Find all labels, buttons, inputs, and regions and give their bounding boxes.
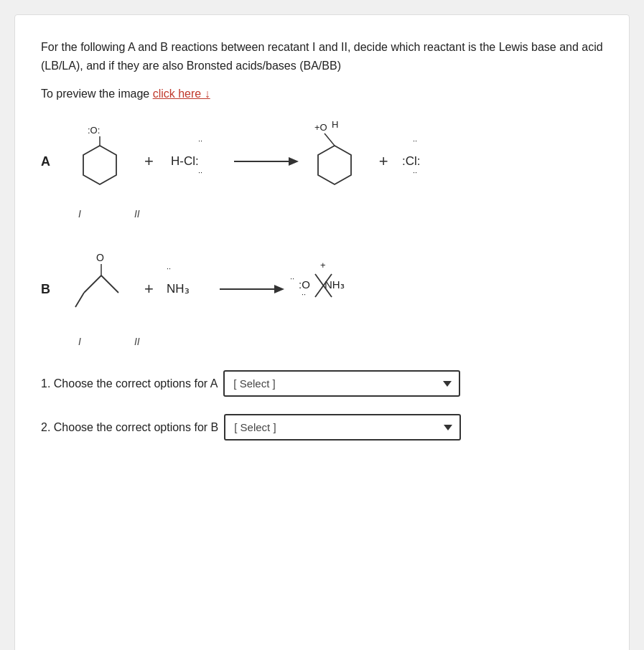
intro-text: For the following A and B reactions betw… xyxy=(41,38,603,75)
reaction-a-label: A xyxy=(41,154,70,169)
reaction-b-content: O + xyxy=(70,248,603,330)
reaction-b-row: B O xyxy=(41,248,603,330)
questions-section: 1. Choose the correct options for A [ Se… xyxy=(41,370,603,441)
reactant-b-ii: ·· NH₃ xyxy=(164,248,214,330)
preview-label: To preview the image xyxy=(41,88,153,100)
plus-a: + xyxy=(144,152,154,171)
svg-text:··: ·· xyxy=(290,274,294,283)
svg-text:H: H xyxy=(332,121,338,130)
main-card: For the following A and B reactions betw… xyxy=(14,14,630,650)
svg-text:··: ·· xyxy=(413,168,417,176)
select-b-wrapper[interactable]: [ Select ] I=LB, II=LA, II is BA, I is B… xyxy=(224,414,461,441)
question-1-label: 1. Choose the correct options for A xyxy=(41,377,218,390)
svg-marker-23 xyxy=(274,285,284,293)
select-a[interactable]: [ Select ] I=LB, II=LA, II is BA, I is B… xyxy=(223,370,460,397)
reactions-container: A :O: + xyxy=(41,121,603,347)
svg-text:H-Cl:: H-Cl: xyxy=(171,154,199,168)
svg-marker-2 xyxy=(83,146,116,184)
roman-b-i: I xyxy=(78,336,81,347)
plus-a2: + xyxy=(379,152,388,171)
reaction-a-row: A :O: + xyxy=(41,121,603,202)
svg-text:+: + xyxy=(320,260,326,270)
plus-b: + xyxy=(144,280,154,298)
svg-marker-7 xyxy=(289,157,299,166)
select-a-wrapper[interactable]: [ Select ] I=LB, II=LA, II is BA, I is B… xyxy=(223,370,460,397)
reactant-b-i: O xyxy=(70,248,134,330)
reaction-b-label: B xyxy=(41,282,70,297)
svg-marker-11 xyxy=(318,146,351,184)
preview-row: To preview the image click here ↓ xyxy=(41,88,603,100)
svg-text:··: ·· xyxy=(167,264,171,273)
product-a-ii: ·· :Cl: ·· xyxy=(398,121,449,202)
roman-a-i: I xyxy=(78,208,81,220)
product-a-i: +O H xyxy=(304,121,369,202)
svg-text:··: ·· xyxy=(198,168,202,176)
reaction-a-content: :O: + ·· H- xyxy=(70,121,603,202)
product-b: ·· :O ·· + NH₃ xyxy=(290,248,376,330)
svg-text::Cl:: :Cl: xyxy=(402,154,421,168)
svg-line-10 xyxy=(325,133,335,146)
roman-labels-b: I II xyxy=(70,336,603,347)
svg-text:NH₃: NH₃ xyxy=(167,282,190,296)
roman-labels-a: I II xyxy=(70,208,603,220)
roman-b-ii: II xyxy=(134,336,140,347)
svg-text::O: :O xyxy=(299,278,310,291)
question-2-label: 2. Choose the correct options for B xyxy=(41,421,218,434)
svg-text:O: O xyxy=(96,252,104,263)
svg-line-17 xyxy=(84,275,101,293)
roman-a-ii: II xyxy=(134,208,140,220)
svg-text:··: ·· xyxy=(413,136,417,145)
svg-line-18 xyxy=(101,275,118,293)
select-b[interactable]: [ Select ] I=LB, II=LA, II is BA, I is B… xyxy=(224,414,461,441)
question-1-row: 1. Choose the correct options for A [ Se… xyxy=(41,370,603,397)
svg-text:+O: +O xyxy=(314,122,327,133)
intro-paragraph: For the following A and B reactions betw… xyxy=(41,41,603,72)
question-2-row: 2. Choose the correct options for B [ Se… xyxy=(41,414,603,441)
reactant-a-i: :O: xyxy=(70,121,134,202)
svg-text:··: ·· xyxy=(302,290,306,298)
reactant-a-ii: ·· H-Cl: ·· xyxy=(164,121,228,202)
svg-line-19 xyxy=(75,293,84,307)
svg-text:··: ·· xyxy=(198,136,202,145)
svg-text::O:: :O: xyxy=(88,125,100,136)
preview-link[interactable]: click here ↓ xyxy=(153,88,210,100)
